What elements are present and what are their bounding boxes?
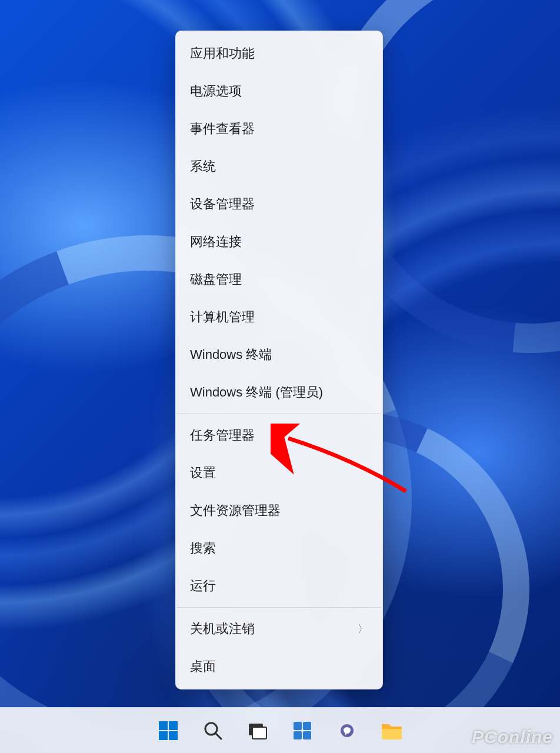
menu-item-shutdown-signout[interactable]: 关机或注销 〉 (176, 610, 382, 648)
svg-rect-0 (159, 721, 168, 730)
svg-rect-9 (303, 722, 311, 730)
task-view-icon (247, 720, 268, 741)
menu-item-computer-management[interactable]: 计算机管理 (176, 298, 382, 336)
search-button[interactable] (193, 712, 233, 749)
menu-item-system[interactable]: 系统 (176, 148, 382, 185)
widgets-button[interactable] (282, 712, 322, 749)
menu-item-power-options[interactable]: 电源选项 (176, 72, 382, 110)
svg-rect-7 (252, 727, 266, 739)
chat-button[interactable] (327, 712, 367, 749)
winx-context-menu: 应用和功能 电源选项 事件查看器 系统 设备管理器 网络连接 磁盘管理 计算机管… (175, 31, 383, 689)
svg-rect-1 (169, 721, 178, 730)
svg-line-5 (216, 734, 221, 739)
menu-item-task-manager[interactable]: 任务管理器 (176, 417, 382, 454)
svg-rect-3 (169, 731, 178, 740)
svg-rect-2 (159, 731, 168, 740)
start-button[interactable] (148, 712, 188, 749)
menu-separator (177, 414, 381, 414)
menu-item-file-explorer[interactable]: 文件资源管理器 (176, 492, 382, 529)
folder-icon (381, 721, 403, 741)
menu-item-desktop[interactable]: 桌面 (176, 648, 382, 685)
taskbar (0, 707, 560, 753)
menu-item-event-viewer[interactable]: 事件查看器 (176, 110, 382, 148)
menu-item-windows-terminal-admin[interactable]: Windows 终端 (管理员) (176, 374, 382, 411)
svg-rect-8 (294, 722, 302, 730)
menu-item-device-manager[interactable]: 设备管理器 (176, 185, 382, 223)
menu-item-settings[interactable]: 设置 (176, 454, 382, 492)
menu-item-windows-terminal[interactable]: Windows 终端 (176, 336, 382, 374)
menu-item-network-connections[interactable]: 网络连接 (176, 223, 382, 261)
menu-item-disk-management[interactable]: 磁盘管理 (176, 261, 382, 298)
task-view-button[interactable] (238, 712, 278, 749)
file-explorer-button[interactable] (372, 712, 412, 749)
menu-item-search[interactable]: 搜索 (176, 529, 382, 567)
menu-item-apps-features[interactable]: 应用和功能 (176, 35, 382, 72)
menu-item-run[interactable]: 运行 (176, 567, 382, 605)
menu-separator (177, 607, 381, 608)
windows-logo-icon (158, 720, 179, 741)
chat-icon (336, 719, 358, 742)
svg-rect-10 (294, 731, 302, 739)
widgets-icon (292, 720, 313, 741)
search-icon (203, 721, 223, 741)
svg-rect-11 (303, 731, 311, 739)
chevron-right-icon: 〉 (358, 622, 368, 636)
